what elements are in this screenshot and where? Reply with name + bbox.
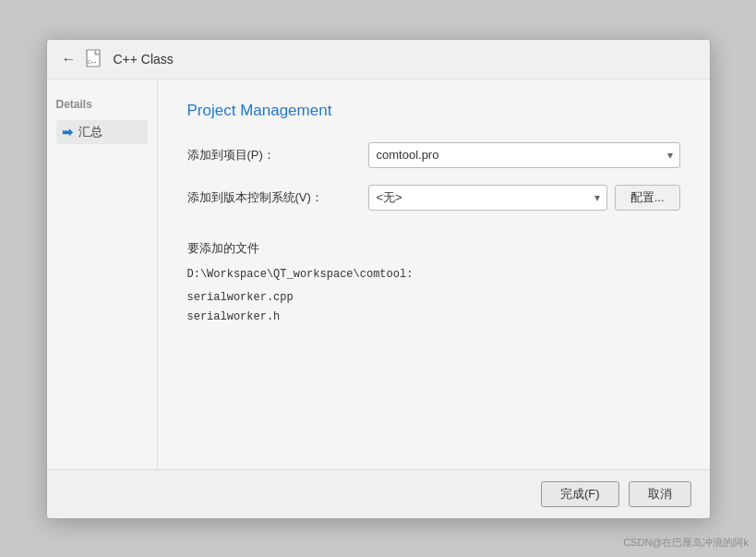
sidebar-arrow-icon: ➡ bbox=[62, 125, 73, 139]
files-list: serialworker.cpp serialworker.h bbox=[187, 288, 680, 328]
sidebar-item-summary[interactable]: ➡ 汇总 bbox=[56, 120, 148, 144]
dialog-title: C++ Class bbox=[114, 52, 174, 67]
svg-text:C++: C++ bbox=[88, 59, 97, 65]
files-path: D:\Workspace\QT_workspace\comtool: bbox=[187, 268, 680, 281]
add-to-vcs-label: 添加到版本控制系统(V)： bbox=[187, 189, 354, 206]
configure-button[interactable]: 配置... bbox=[615, 185, 680, 211]
sidebar: Details ➡ 汇总 bbox=[47, 79, 158, 469]
dialog-body: Details ➡ 汇总 Project Management 添加到项目(P)… bbox=[47, 79, 710, 469]
add-to-vcs-select-wrapper: <无> bbox=[368, 185, 607, 211]
sidebar-item-label: 汇总 bbox=[78, 124, 102, 140]
add-to-project-select-wrapper: comtool.pro bbox=[368, 142, 680, 168]
add-to-project-row: 添加到项目(P)： comtool.pro bbox=[187, 142, 680, 168]
project-management-title: Project Management bbox=[187, 102, 680, 120]
dialog-overlay: ← C++ C++ Class Details ➡ 汇总 bbox=[0, 0, 756, 557]
dialog-footer: 完成(F) 取消 bbox=[47, 469, 710, 518]
cpp-file-icon: C++ bbox=[86, 49, 104, 69]
add-to-project-select[interactable]: comtool.pro bbox=[368, 142, 680, 168]
add-to-vcs-control: <无> 配置... bbox=[368, 185, 680, 211]
add-to-vcs-select[interactable]: <无> bbox=[368, 185, 607, 211]
files-section: 要添加的文件 D:\Workspace\QT_workspace\comtool… bbox=[187, 240, 680, 328]
finish-button[interactable]: 完成(F) bbox=[541, 481, 619, 507]
add-to-vcs-row: 添加到版本控制系统(V)： <无> 配置... bbox=[187, 185, 680, 211]
watermark: CSDN@在巴厘岛冲浪的阿k bbox=[623, 536, 749, 550]
add-to-project-label: 添加到项目(P)： bbox=[187, 147, 354, 163]
cancel-button[interactable]: 取消 bbox=[629, 481, 691, 507]
file-item-1: serialworker.h bbox=[187, 308, 680, 328]
file-item-0: serialworker.cpp bbox=[187, 288, 680, 309]
add-to-project-control: comtool.pro bbox=[368, 142, 680, 168]
files-section-label: 要添加的文件 bbox=[187, 240, 680, 257]
sidebar-section-title: Details bbox=[56, 98, 148, 111]
main-dialog: ← C++ C++ Class Details ➡ 汇总 bbox=[46, 39, 711, 519]
main-content: Project Management 添加到项目(P)： comtool.pro bbox=[158, 79, 710, 469]
dialog-header: ← C++ C++ Class bbox=[47, 40, 710, 79]
back-button[interactable]: ← bbox=[62, 51, 77, 67]
